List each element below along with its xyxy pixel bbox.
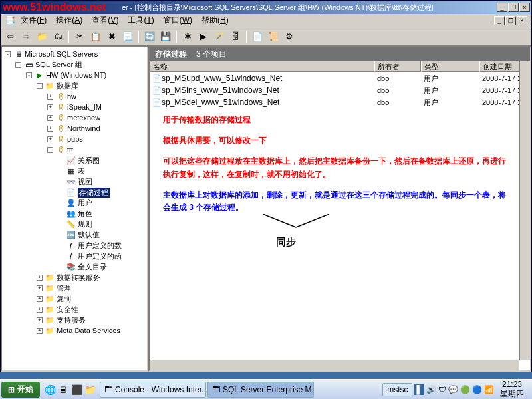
tree-databases[interactable]: -📁数据库	[3, 80, 146, 91]
system-tray: mstsc ▌ 🔊 🛡 💬 🟢 🔵 📶 21:23 星期四	[380, 380, 531, 398]
table-row[interactable]: 📄sp_MSdel_www_51windows_Net dbo 用户 2008-…	[150, 96, 530, 108]
tree-ttt-item[interactable]: 👓视图	[3, 176, 146, 187]
lang-indicator[interactable]: ▌	[414, 384, 424, 395]
tree-db-label: metexnew	[67, 114, 100, 122]
forward-button[interactable]: ⇨	[19, 30, 33, 43]
vertical-scrollbar[interactable]	[519, 61, 530, 360]
table-row[interactable]: 📄sp_MSupd_www_51windows_Net dbo 用户 2008-…	[150, 72, 530, 84]
refresh-button[interactable]: 🔄	[143, 30, 156, 43]
minimize-button[interactable]: _	[497, 3, 507, 12]
ql-folder-icon[interactable]: 📁	[84, 384, 96, 396]
mstsc-label[interactable]: mstsc	[382, 383, 412, 396]
tree-db-item[interactable]: +🛢iSpeak_IM	[3, 102, 146, 112]
menu-tools[interactable]: 工具(T)	[124, 13, 158, 27]
tree-db-item[interactable]: +🛢metexnew	[3, 112, 146, 123]
start-button[interactable]: ⊞开始	[1, 382, 40, 398]
horizontal-scrollbar[interactable]	[150, 360, 519, 370]
back-button[interactable]: ⇦	[3, 30, 17, 43]
ql-cmd-icon[interactable]: ⬛	[70, 384, 82, 396]
item-icon: 🔤	[66, 230, 76, 239]
toolbar: ⇦ ⇨ 📁 🗂 ✂ 📋 ✖ 📃 🔄 💾 ✱ ▶ 🪄 🗄 📄 📜 ⚙	[1, 27, 531, 46]
tree-item-label: 全文目录	[78, 262, 107, 272]
panel-header: 存储过程 3 个项目	[150, 47, 530, 61]
new-button[interactable]: 📄	[251, 30, 264, 43]
database-icon: 🛢	[56, 134, 65, 144]
tree-ttt-item[interactable]: 👥角色	[3, 208, 146, 219]
annotation-red2: 根据具体需要，可以修改一下	[163, 134, 509, 147]
tree-server[interactable]: -▶HW (Windows NT)	[3, 70, 146, 80]
cut-button[interactable]: ✂	[73, 30, 86, 43]
tray-icon-2[interactable]: 🛡	[438, 385, 446, 394]
tray-icon-1[interactable]: 🔊	[426, 385, 436, 394]
star-button[interactable]: ✱	[181, 30, 194, 43]
up-button[interactable]: 📁	[35, 30, 49, 43]
tree-folder-label: 安全性	[57, 305, 78, 315]
db-button[interactable]: 🗄	[229, 30, 242, 43]
tree-folder[interactable]: +📁管理	[3, 283, 146, 293]
ql-ie-icon[interactable]: 🌐	[44, 384, 56, 396]
tree-folder[interactable]: +📁数据转换服务	[3, 272, 146, 283]
ql-desktop-icon[interactable]: 🖥	[57, 384, 69, 396]
tree-ttt-item[interactable]: ▦表	[3, 166, 146, 176]
tree-ttt-item[interactable]: ƒ用户定义的函	[3, 251, 146, 261]
annotation-sync: 同步	[276, 234, 509, 250]
tree-db-ttt[interactable]: -🛢ttt	[3, 144, 146, 155]
item-icon: ƒ	[66, 251, 76, 261]
table-row[interactable]: 📄sp_MSins_www_51windows_Net dbo 用户 2008-…	[150, 84, 530, 96]
column-header[interactable]: 名称	[150, 61, 374, 72]
properties-button[interactable]: 📃	[121, 30, 134, 43]
tree-item-label: 默认值	[78, 230, 100, 240]
item-icon: ▦	[66, 166, 76, 176]
tree-root[interactable]: -🖥Microsoft SQL Servers	[3, 49, 146, 59]
mdi-restore-button[interactable]: ❐	[505, 16, 516, 25]
menu-file[interactable]: 文件(F)	[17, 13, 51, 27]
tree-db-item[interactable]: +🛢pubs	[3, 134, 146, 144]
tree-group[interactable]: -🗃SQL Server 组	[3, 59, 146, 70]
database-icon: 🛢	[56, 113, 65, 122]
tree-ttt-item[interactable]: 📏规则	[3, 219, 146, 229]
tree-db-item[interactable]: +🛢Northwind	[3, 123, 146, 134]
tree-ttt-item[interactable]: 📄存储过程	[3, 187, 146, 198]
arrow-button[interactable]: ▶	[197, 30, 210, 43]
tree-panel[interactable]: -🖥Microsoft SQL Servers -🗃SQL Server 组 -…	[1, 46, 148, 372]
quick-launch: 🌐 🖥 ⬛ 📁	[40, 384, 100, 396]
menu-action[interactable]: 操作(A)	[52, 13, 86, 27]
menu-help[interactable]: 帮助(H)	[198, 13, 233, 27]
mdi-minimize-button[interactable]: _	[494, 16, 505, 25]
menu-window[interactable]: 窗口(W)	[160, 13, 196, 27]
delete-button[interactable]: ✖	[105, 30, 118, 43]
mdi-icon[interactable]: 📑	[5, 15, 15, 25]
tree-folder[interactable]: +📁支持服务	[3, 315, 146, 325]
show-tree-button[interactable]: 🗂	[51, 30, 65, 43]
tree-folder[interactable]: +📁复制	[3, 293, 146, 304]
tree-folder[interactable]: +📁安全性	[3, 304, 146, 315]
tree-ttt-item[interactable]: 📈关系图	[3, 155, 146, 166]
tree-ttt-item[interactable]: 🔤默认值	[3, 229, 146, 240]
column-header[interactable]: 所有者	[374, 61, 421, 72]
column-header[interactable]: 类型	[421, 61, 479, 72]
clock[interactable]: 21:23 星期四	[496, 380, 528, 398]
row-owner: dbo	[374, 98, 421, 106]
tree-ttt-item[interactable]: 📚全文目录	[3, 261, 146, 272]
taskbar-task[interactable]: 🗔SQL Server Enterprise M...	[207, 382, 314, 398]
tray-icon-5[interactable]: 🔵	[472, 385, 482, 394]
tray-icon-3[interactable]: 💬	[448, 385, 458, 394]
tray-icon-4[interactable]: 🟢	[460, 385, 470, 394]
script-button[interactable]: 📜	[267, 30, 280, 43]
copy-button[interactable]: 📋	[89, 30, 102, 43]
tray-icon-6[interactable]: 📶	[484, 385, 494, 394]
tree-ttt-item[interactable]: 👤用户	[3, 198, 146, 208]
mdi-close-button[interactable]: ×	[517, 16, 527, 25]
tree-ttt-item[interactable]: ƒ用户定义的数	[3, 240, 146, 251]
tree-folder[interactable]: +📁Meta Data Services	[3, 325, 146, 336]
maximize-button[interactable]: ❐	[508, 3, 519, 12]
menu-view[interactable]: 查看(V)	[88, 13, 122, 27]
tree-folder-label: 数据转换服务	[57, 273, 100, 283]
wizard-button[interactable]: 🪄	[213, 30, 226, 43]
export-button[interactable]: 💾	[159, 30, 172, 43]
tree-db-item[interactable]: +🛢hw	[3, 91, 146, 102]
close-button[interactable]: ×	[519, 3, 530, 12]
tree-item-label: 用户定义的数	[78, 241, 122, 251]
run-button[interactable]: ⚙	[283, 30, 296, 43]
taskbar-task[interactable]: 🗔Console - Windows Inter...	[100, 382, 206, 398]
